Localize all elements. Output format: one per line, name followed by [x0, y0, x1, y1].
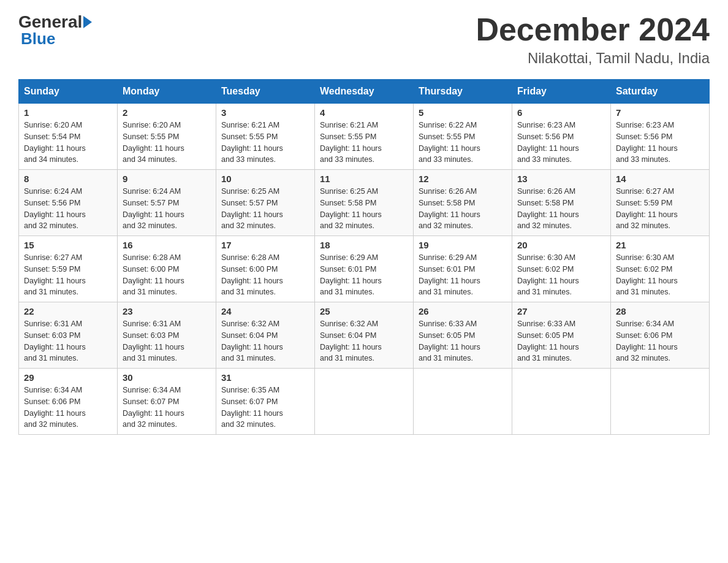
- calendar-cell: 1 Sunrise: 6:20 AMSunset: 5:54 PMDayligh…: [19, 104, 118, 170]
- day-info: Sunrise: 6:23 AMSunset: 5:56 PMDaylight:…: [616, 121, 678, 164]
- calendar-table: SundayMondayTuesdayWednesdayThursdayFrid…: [18, 79, 710, 435]
- title-area: December 2024 Nilakottai, Tamil Nadu, In…: [476, 12, 710, 67]
- day-number: 31: [221, 372, 309, 383]
- calendar-cell: 19 Sunrise: 6:29 AMSunset: 6:01 PMDaylig…: [414, 236, 512, 302]
- logo-arrow-icon: [83, 16, 92, 28]
- day-info: Sunrise: 6:33 AMSunset: 6:05 PMDaylight:…: [419, 320, 480, 362]
- calendar-cell: 25 Sunrise: 6:32 AMSunset: 6:04 PMDaylig…: [315, 302, 414, 369]
- calendar-cell: 11 Sunrise: 6:25 AMSunset: 5:58 PMDaylig…: [315, 170, 414, 236]
- calendar-cell: 15 Sunrise: 6:27 AMSunset: 5:59 PMDaylig…: [19, 236, 118, 302]
- day-info: Sunrise: 6:32 AMSunset: 6:04 PMDaylight:…: [221, 320, 283, 362]
- calendar-cell: [414, 369, 512, 435]
- calendar-cell: 26 Sunrise: 6:33 AMSunset: 6:05 PMDaylig…: [414, 302, 512, 369]
- weekday-header-row: SundayMondayTuesdayWednesdayThursdayFrid…: [19, 80, 710, 104]
- week-row-4: 22 Sunrise: 6:31 AMSunset: 6:03 PMDaylig…: [19, 302, 710, 369]
- weekday-header-wednesday: Wednesday: [315, 80, 414, 104]
- day-info: Sunrise: 6:30 AMSunset: 6:02 PMDaylight:…: [517, 253, 579, 296]
- calendar-cell: 14 Sunrise: 6:27 AMSunset: 5:59 PMDaylig…: [611, 170, 710, 236]
- header: General Blue December 2024 Nilakottai, T…: [18, 12, 710, 67]
- day-number: 7: [616, 107, 704, 118]
- weekday-header-thursday: Thursday: [414, 80, 512, 104]
- day-number: 13: [517, 174, 605, 184]
- day-number: 29: [24, 372, 112, 383]
- calendar-cell: 7 Sunrise: 6:23 AMSunset: 5:56 PMDayligh…: [611, 104, 710, 170]
- week-row-5: 29 Sunrise: 6:34 AMSunset: 6:06 PMDaylig…: [19, 369, 710, 435]
- calendar-cell: 21 Sunrise: 6:30 AMSunset: 6:02 PMDaylig…: [611, 236, 710, 302]
- week-row-3: 15 Sunrise: 6:27 AMSunset: 5:59 PMDaylig…: [19, 236, 710, 302]
- calendar-cell: 22 Sunrise: 6:31 AMSunset: 6:03 PMDaylig…: [19, 302, 118, 369]
- weekday-header-monday: Monday: [118, 80, 216, 104]
- day-number: 14: [616, 174, 704, 184]
- day-number: 12: [419, 174, 507, 184]
- day-number: 16: [123, 240, 211, 250]
- day-number: 5: [419, 107, 507, 118]
- day-info: Sunrise: 6:26 AMSunset: 5:58 PMDaylight:…: [419, 187, 480, 230]
- day-info: Sunrise: 6:22 AMSunset: 5:55 PMDaylight:…: [419, 121, 480, 164]
- day-info: Sunrise: 6:31 AMSunset: 6:03 PMDaylight:…: [123, 320, 184, 362]
- day-info: Sunrise: 6:24 AMSunset: 5:57 PMDaylight:…: [123, 187, 184, 230]
- calendar-cell: [611, 369, 710, 435]
- day-info: Sunrise: 6:29 AMSunset: 6:01 PMDaylight:…: [419, 253, 480, 296]
- day-number: 28: [616, 306, 704, 316]
- weekday-header-sunday: Sunday: [19, 80, 118, 104]
- day-number: 24: [221, 306, 309, 316]
- day-info: Sunrise: 6:21 AMSunset: 5:55 PMDaylight:…: [320, 121, 382, 164]
- day-info: Sunrise: 6:35 AMSunset: 6:07 PMDaylight:…: [221, 386, 283, 429]
- day-info: Sunrise: 6:34 AMSunset: 6:06 PMDaylight:…: [616, 320, 678, 362]
- day-info: Sunrise: 6:28 AMSunset: 6:00 PMDaylight:…: [221, 253, 283, 296]
- calendar-cell: 2 Sunrise: 6:20 AMSunset: 5:55 PMDayligh…: [118, 104, 216, 170]
- calendar-cell: 3 Sunrise: 6:21 AMSunset: 5:55 PMDayligh…: [216, 104, 315, 170]
- day-info: Sunrise: 6:20 AMSunset: 5:54 PMDaylight:…: [24, 121, 86, 164]
- calendar-cell: 9 Sunrise: 6:24 AMSunset: 5:57 PMDayligh…: [118, 170, 216, 236]
- day-info: Sunrise: 6:34 AMSunset: 6:07 PMDaylight:…: [123, 386, 184, 429]
- day-info: Sunrise: 6:21 AMSunset: 5:55 PMDaylight:…: [221, 121, 283, 164]
- day-number: 23: [123, 306, 211, 316]
- day-number: 2: [123, 107, 211, 118]
- day-number: 30: [123, 372, 211, 383]
- day-info: Sunrise: 6:20 AMSunset: 5:55 PMDaylight:…: [123, 121, 184, 164]
- day-info: Sunrise: 6:25 AMSunset: 5:58 PMDaylight:…: [320, 187, 382, 230]
- calendar-cell: 10 Sunrise: 6:25 AMSunset: 5:57 PMDaylig…: [216, 170, 315, 236]
- day-info: Sunrise: 6:29 AMSunset: 6:01 PMDaylight:…: [320, 253, 382, 296]
- day-number: 10: [221, 174, 309, 184]
- month-title: December 2024: [476, 12, 710, 47]
- calendar-cell: 18 Sunrise: 6:29 AMSunset: 6:01 PMDaylig…: [315, 236, 414, 302]
- day-number: 6: [517, 107, 605, 118]
- day-number: 26: [419, 306, 507, 316]
- day-info: Sunrise: 6:32 AMSunset: 6:04 PMDaylight:…: [320, 320, 382, 362]
- day-number: 4: [320, 107, 408, 118]
- calendar-cell: 6 Sunrise: 6:23 AMSunset: 5:56 PMDayligh…: [512, 104, 611, 170]
- weekday-header-friday: Friday: [512, 80, 611, 104]
- day-number: 27: [517, 306, 605, 316]
- calendar-cell: 29 Sunrise: 6:34 AMSunset: 6:06 PMDaylig…: [19, 369, 118, 435]
- day-info: Sunrise: 6:30 AMSunset: 6:02 PMDaylight:…: [616, 253, 678, 296]
- weekday-header-tuesday: Tuesday: [216, 80, 315, 104]
- day-number: 18: [320, 240, 408, 250]
- week-row-1: 1 Sunrise: 6:20 AMSunset: 5:54 PMDayligh…: [19, 104, 710, 170]
- calendar-cell: 31 Sunrise: 6:35 AMSunset: 6:07 PMDaylig…: [216, 369, 315, 435]
- day-info: Sunrise: 6:34 AMSunset: 6:06 PMDaylight:…: [24, 386, 86, 429]
- calendar-cell: [512, 369, 611, 435]
- calendar-cell: 23 Sunrise: 6:31 AMSunset: 6:03 PMDaylig…: [118, 302, 216, 369]
- day-info: Sunrise: 6:33 AMSunset: 6:05 PMDaylight:…: [517, 320, 579, 362]
- calendar-cell: 17 Sunrise: 6:28 AMSunset: 6:00 PMDaylig…: [216, 236, 315, 302]
- calendar-cell: 8 Sunrise: 6:24 AMSunset: 5:56 PMDayligh…: [19, 170, 118, 236]
- calendar-cell: 30 Sunrise: 6:34 AMSunset: 6:07 PMDaylig…: [118, 369, 216, 435]
- calendar-cell: [315, 369, 414, 435]
- week-row-2: 8 Sunrise: 6:24 AMSunset: 5:56 PMDayligh…: [19, 170, 710, 236]
- calendar-cell: 12 Sunrise: 6:26 AMSunset: 5:58 PMDaylig…: [414, 170, 512, 236]
- calendar-cell: 16 Sunrise: 6:28 AMSunset: 6:00 PMDaylig…: [118, 236, 216, 302]
- day-number: 20: [517, 240, 605, 250]
- day-number: 22: [24, 306, 112, 316]
- calendar-cell: 4 Sunrise: 6:21 AMSunset: 5:55 PMDayligh…: [315, 104, 414, 170]
- calendar-cell: 24 Sunrise: 6:32 AMSunset: 6:04 PMDaylig…: [216, 302, 315, 369]
- calendar-cell: 27 Sunrise: 6:33 AMSunset: 6:05 PMDaylig…: [512, 302, 611, 369]
- day-number: 8: [24, 174, 112, 184]
- location-title: Nilakottai, Tamil Nadu, India: [476, 50, 710, 67]
- day-info: Sunrise: 6:23 AMSunset: 5:56 PMDaylight:…: [517, 121, 579, 164]
- day-number: 3: [221, 107, 309, 118]
- calendar-cell: 28 Sunrise: 6:34 AMSunset: 6:06 PMDaylig…: [611, 302, 710, 369]
- day-info: Sunrise: 6:31 AMSunset: 6:03 PMDaylight:…: [24, 320, 86, 362]
- calendar-cell: 20 Sunrise: 6:30 AMSunset: 6:02 PMDaylig…: [512, 236, 611, 302]
- day-info: Sunrise: 6:24 AMSunset: 5:56 PMDaylight:…: [24, 187, 86, 230]
